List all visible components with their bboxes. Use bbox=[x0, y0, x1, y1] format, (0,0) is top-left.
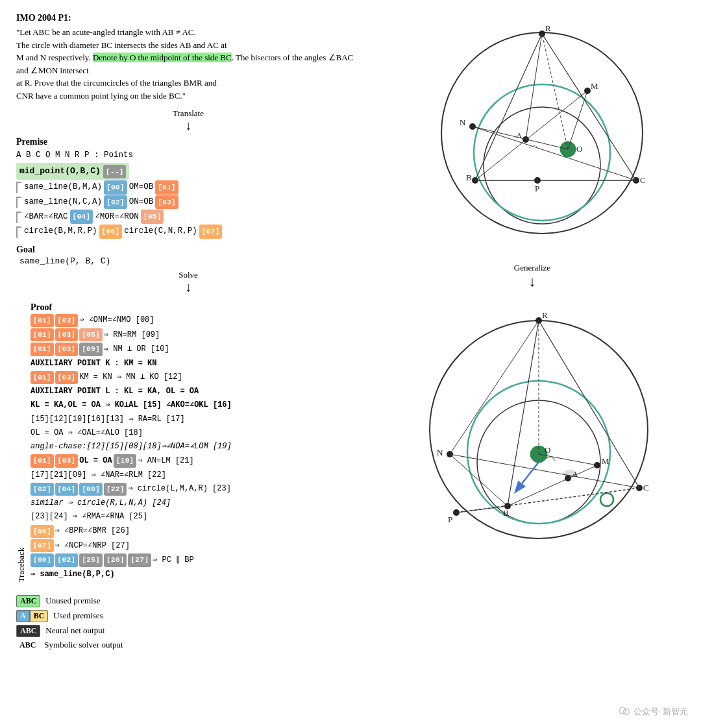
premise-lines-group: same_line(B,M,A) [00] OM=OB [01] same_li… bbox=[24, 180, 222, 239]
translate-label: Translate bbox=[173, 108, 204, 119]
svg-line-21 bbox=[542, 34, 636, 180]
aux-k-line: AUXILIARY POINT K : KM = KN bbox=[31, 358, 360, 370]
proof-line-9: OL = OA ⇒ ∠OAL=∠ALO [18] bbox=[31, 427, 360, 439]
premise-title: Premise bbox=[16, 137, 360, 147]
bottom-diagram: R N O M A B bbox=[412, 293, 652, 553]
tag-22a: [22] bbox=[104, 483, 127, 496]
pl1-tag: [00] bbox=[104, 180, 127, 195]
tag-03d: [03] bbox=[55, 371, 79, 384]
legend-desc-4: Symbolic solver output bbox=[44, 640, 123, 650]
svg-point-2 bbox=[474, 84, 610, 221]
premise-block: A B C O M N R P : Points mid_point(O,B,C… bbox=[16, 149, 360, 239]
tag-04a: [04] bbox=[55, 483, 79, 496]
svg-line-22 bbox=[526, 34, 542, 140]
tag-01d: [01] bbox=[31, 371, 54, 384]
svg-point-0 bbox=[441, 32, 643, 234]
svg-text:N: N bbox=[437, 448, 443, 457]
pl1-extra-tag: [01] bbox=[155, 180, 178, 195]
tag-01a: [01] bbox=[31, 314, 54, 327]
svg-text:O: O bbox=[576, 144, 582, 154]
midpoint-tag: [--] bbox=[103, 165, 127, 179]
proof-line-1: [01] [03] ⇒ ∠ONM=∠NMO [08] bbox=[31, 314, 360, 327]
pf9-text: OL = OA ⇒ ∠OAL=∠ALO [18] bbox=[31, 427, 143, 439]
pl4-extra-tag: [07] bbox=[199, 224, 223, 239]
proof-line-3: [01] [03] [09] ⇒ NM ⊥ OR [10] bbox=[31, 343, 360, 356]
pl2-extra-tag: [03] bbox=[155, 195, 178, 210]
svg-line-25 bbox=[542, 34, 568, 149]
tag-03c: [03] bbox=[55, 343, 79, 356]
translate-arrow-icon: ↓ bbox=[185, 119, 191, 132]
pf12-text: [17][21][09] ⇒ ∠NAR=∠RLM [22] bbox=[31, 469, 166, 481]
midpoint-line: mid_point(O,B,C) [--] bbox=[16, 163, 360, 180]
tag-27a: [27] bbox=[128, 553, 151, 566]
pf1-text: ⇒ ∠ONM=∠NMO [08] bbox=[79, 314, 154, 326]
svg-point-61 bbox=[623, 709, 629, 715]
pf14-text: similar ⇒ circle(R,L,N,A) [24] bbox=[31, 497, 171, 509]
svg-point-31 bbox=[600, 493, 613, 506]
traceback-container: Traceback Proof [01] [03] ⇒ ∠ONM=∠NMO [0… bbox=[16, 297, 360, 582]
svg-text:C: C bbox=[640, 175, 646, 185]
svg-text:N: N bbox=[460, 117, 466, 127]
proof-line-8: [15][12][10][16][13] ⇒ RA=RL [17] bbox=[31, 413, 360, 426]
left-panel: IMO 2004 P1: "Let ABC be an acute-angled… bbox=[6, 6, 370, 660]
goal-title: Goal bbox=[16, 245, 360, 255]
legend-desc-2: Used premises bbox=[53, 611, 103, 621]
proof-line-12: [17][21][09] ⇒ ∠NAR=∠RLM [22] bbox=[31, 469, 360, 481]
pf15-text: [23][24] ⇒ ∠RMA=∠RNA [25] bbox=[31, 511, 147, 523]
pl2-tag: [02] bbox=[104, 195, 127, 210]
svg-text:P: P bbox=[535, 184, 539, 193]
pl3-extra: ∠MOR=∠RON bbox=[95, 210, 139, 224]
svg-line-57 bbox=[539, 454, 597, 465]
pl4-tag: [06] bbox=[99, 224, 123, 239]
problem-title: IMO 2004 P1: bbox=[16, 13, 360, 23]
legend-desc-1: Unused premise bbox=[45, 596, 100, 606]
svg-text:R: R bbox=[545, 23, 551, 33]
proof-line-5: [01] [03] KM = KN ⇒ MN ⊥ KO [12] bbox=[31, 371, 360, 384]
tag-00a: [00] bbox=[79, 483, 103, 496]
svg-text:B: B bbox=[503, 508, 509, 518]
premise-line-2: same_line(N,C,A) [02] ON=OB [03] bbox=[24, 195, 222, 210]
generalize-arrow: Generalize ↓ bbox=[514, 263, 550, 290]
solve-arrow-icon: ↓ bbox=[185, 280, 191, 293]
premise-line-1: same_line(B,M,A) [00] OM=OB [01] bbox=[24, 180, 222, 195]
proof-lines: [01] [03] ⇒ ∠ONM=∠NMO [08] [01] [03] [05… bbox=[31, 314, 360, 581]
legend-box-3: ABC bbox=[16, 625, 40, 637]
svg-line-55 bbox=[450, 454, 508, 506]
svg-text:P: P bbox=[448, 515, 452, 524]
pf-final-text: ⇒ same_line(B,P,C) bbox=[31, 568, 115, 581]
svg-line-20 bbox=[475, 34, 542, 180]
legend-item-3: ABC Neural net output bbox=[16, 625, 360, 637]
legend: ABC Unused premise ABC Used premises ABC… bbox=[16, 595, 360, 651]
pf10-text: angle-chase:[12][15][08][18]⇒∠NOA=∠LOM [… bbox=[31, 441, 232, 453]
wechat-icon bbox=[618, 705, 631, 718]
tag-03b: [03] bbox=[55, 328, 79, 341]
traceback-label: Traceback bbox=[16, 297, 27, 582]
pf13-text: ⇒ circle(L,M,A,R) [23] bbox=[128, 483, 230, 495]
svg-text:M: M bbox=[602, 456, 609, 466]
proof-line-18: [00] [02] [25] [26] [27] ⇒ PC ∥ BP bbox=[31, 553, 360, 566]
pf5-text: KM = KN ⇒ MN ⊥ KO [12] bbox=[79, 371, 182, 383]
pl2-extra: ON=OB bbox=[129, 195, 154, 209]
generalize-arrow-icon: ↓ bbox=[528, 273, 535, 290]
aux-l-text: AUXILIARY POINT L : KL = KA, OL = OA bbox=[31, 385, 199, 398]
pl1-text: same_line(B,M,A) bbox=[24, 180, 102, 194]
pf3-text: ⇒ NM ⊥ OR [10] bbox=[104, 343, 169, 356]
tag-03a: [03] bbox=[55, 314, 79, 327]
svg-line-24 bbox=[473, 127, 636, 180]
aux-k-text: AUXILIARY POINT K : KM = KN bbox=[31, 358, 156, 370]
legend-box-4: ABC bbox=[16, 640, 39, 651]
svg-line-48 bbox=[508, 321, 539, 506]
proof-line-16: [06] ⇒ ∠BPR=∠BMR [26] bbox=[31, 525, 360, 538]
tag-01c: [01] bbox=[31, 343, 54, 356]
proof-line-13: [02] [04] [00] [22] ⇒ circle(L,M,A,R) [2… bbox=[31, 483, 360, 496]
tag-01b: [01] bbox=[31, 328, 54, 341]
solve-label: Solve bbox=[178, 270, 198, 280]
pl3-text: ∠BAR=∠RAC bbox=[24, 210, 68, 224]
svg-text:A: A bbox=[516, 130, 523, 140]
pf11-bold: OL = OA bbox=[79, 455, 112, 467]
legend-box-1: ABC bbox=[16, 595, 40, 607]
problem-highlight: Denote by O the midpoint of the side BC bbox=[93, 53, 232, 62]
tag-25a: [25] bbox=[79, 553, 103, 566]
tag-02b: [02] bbox=[55, 553, 79, 566]
legend-desc-3: Neural net output bbox=[45, 625, 105, 636]
